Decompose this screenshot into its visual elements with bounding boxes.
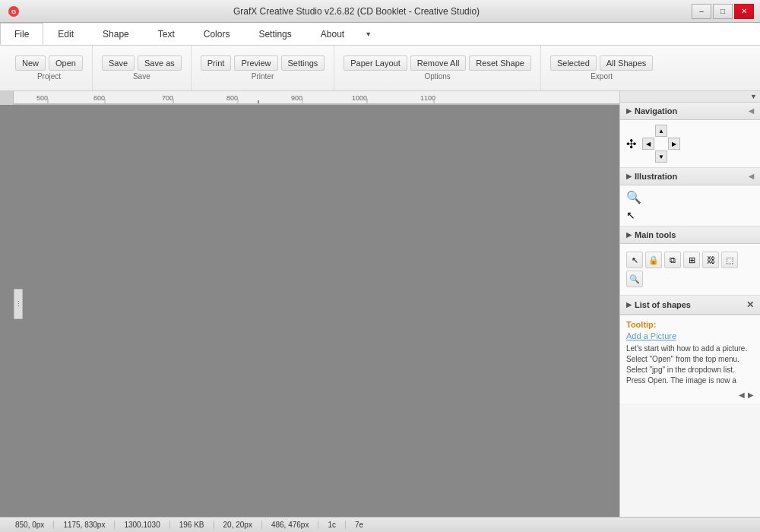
select-rect-tool[interactable]: ⬚	[721, 252, 738, 268]
select-tool[interactable]: ↖	[626, 252, 643, 268]
illus-arrow: ▶	[626, 173, 632, 180]
reset-shape-button[interactable]: Reset Shape	[469, 55, 531, 71]
main-tools-section: ▶ Main tools ↖ 🔒 ⧉ ⊞ ⛓ ⬚ 🔍	[620, 226, 760, 296]
status-canvas-size: 486, 476px	[262, 521, 319, 529]
toolbar-group-save: Save Save as Save	[93, 46, 192, 90]
svg-text:800: 800	[226, 94, 238, 102]
tooltip-section: Tooltip: Add a Picture Let's start with …	[620, 315, 760, 404]
nav-left-button[interactable]: ◀	[642, 138, 654, 150]
tools-grid: ↖ 🔒 ⧉ ⊞ ⛓ ⬚ 🔍	[626, 249, 754, 290]
ruler-corner	[0, 91, 14, 105]
menu-bar: File Edit Shape Text Colors Settings Abo…	[0, 23, 760, 46]
app-icon: G	[6, 4, 21, 19]
illustration-content: 🔍 ↖	[620, 185, 760, 226]
nav-down-button[interactable]: ▼	[655, 150, 667, 163]
selected-button[interactable]: Selected	[550, 55, 597, 71]
lock-tool[interactable]: 🔒	[645, 252, 662, 268]
multi-copy-tool[interactable]: ⊞	[683, 252, 700, 268]
nav-up-button[interactable]: ▲	[655, 125, 667, 137]
main-tools-content: ↖ 🔒 ⧉ ⊞ ⛓ ⬚ 🔍	[620, 244, 760, 295]
export-label: Export	[591, 72, 613, 81]
status-coords: 850, 0px	[6, 521, 54, 529]
maximize-button[interactable]: □	[713, 4, 733, 19]
shapes-arrow: ▶	[626, 301, 632, 309]
minimize-button[interactable]: –	[692, 4, 711, 19]
menu-colors[interactable]: Colors	[189, 23, 245, 45]
panel-collapse-arrow[interactable]: ▼	[750, 93, 757, 100]
horizontal-ruler: 500 600 700 800 900 1000 1100	[14, 91, 619, 104]
menu-edit[interactable]: Edit	[43, 23, 88, 45]
svg-text:1000: 1000	[352, 94, 367, 102]
left-collapse-button[interactable]: ⋮	[14, 289, 23, 319]
shapes-close-icon[interactable]: ✕	[746, 299, 754, 310]
project-label: Project	[37, 72, 61, 81]
tooltip-title: Tooltip:	[626, 320, 754, 329]
illus-collapse-icon[interactable]: ◀	[749, 173, 754, 180]
status-bar: 850, 0px 1175, 830px 1300.1030 196 KB 20…	[0, 517, 760, 532]
shapes-label: List of shapes	[635, 300, 691, 309]
print-button[interactable]: Print	[201, 55, 232, 71]
shapes-section: ▶ List of shapes ✕	[620, 296, 760, 315]
shapes-header[interactable]: ▶ List of shapes ✕	[620, 296, 760, 315]
navigation-content: ✣ ▲ ◀ ▶ ▼	[620, 120, 760, 167]
right-panel: ▼ ▶ Navigation ◀ ✣ ▲	[619, 91, 760, 517]
copy-tool[interactable]: ⧉	[664, 252, 681, 268]
window-controls: – □ ✕	[692, 4, 754, 19]
printer-label: Printer	[252, 72, 274, 81]
save-label: Save	[133, 72, 150, 81]
nav-arrow-pad: ▲ ◀ ▶ ▼	[642, 125, 680, 163]
printer-settings-button[interactable]: Settings	[281, 55, 325, 71]
zoom-tool[interactable]: 🔍	[626, 190, 754, 204]
close-button[interactable]: ✕	[734, 4, 754, 19]
illustration-section: ▶ Illustration ◀ 🔍 ↖	[620, 168, 760, 226]
menu-about[interactable]: About	[306, 23, 359, 45]
open-button[interactable]: Open	[49, 55, 83, 71]
pointer-tool[interactable]: ↖	[626, 209, 754, 221]
toolbar-group-printer: Print Preview Settings Printer	[192, 46, 335, 90]
status-size: 1175, 830px	[54, 521, 115, 529]
toolbar-group-options: Paper Layout Remove All Reset Shape Opti…	[334, 46, 541, 90]
preview-button[interactable]: Preview	[234, 55, 277, 71]
new-button[interactable]: New	[15, 55, 46, 71]
tooltip-text: Let's start with how to add a picture. S…	[626, 344, 754, 386]
main-tools-arrow: ▶	[626, 231, 632, 239]
status-pos: 20, 20px	[214, 521, 262, 529]
search-tool[interactable]: 🔍	[626, 271, 643, 287]
tooltip-link[interactable]: Add a Picture	[626, 331, 754, 340]
title-bar: G GrafX Creative Studio v2.6.82 (CD Book…	[0, 0, 760, 23]
illustration-header[interactable]: ▶ Illustration ◀	[620, 168, 760, 185]
svg-text:700: 700	[162, 94, 173, 102]
all-shapes-button[interactable]: All Shapes	[600, 55, 654, 71]
remove-all-button[interactable]: Remove All	[410, 55, 467, 71]
menu-text[interactable]: Text	[144, 23, 189, 45]
svg-text:G: G	[11, 8, 16, 15]
options-label: Options	[424, 72, 450, 81]
svg-text:1100: 1100	[420, 94, 435, 102]
illustration-label: Illustration	[635, 172, 677, 181]
save-button[interactable]: Save	[102, 55, 135, 71]
menu-file[interactable]: File	[0, 23, 43, 45]
navigation-section: ▶ Navigation ◀ ✣ ▲ ◀ ▶	[620, 103, 760, 168]
toolbar: New Open Project Save Save as Save Print…	[0, 46, 760, 91]
tooltip-next-button[interactable]: ▶	[748, 391, 754, 399]
nav-collapse-icon[interactable]: ◀	[749, 107, 754, 115]
menu-settings[interactable]: Settings	[244, 23, 306, 45]
menu-shape[interactable]: Shape	[88, 23, 144, 45]
toolbar-group-export: Selected All Shapes Export	[541, 46, 662, 90]
cursor-tool[interactable]: ✣	[626, 137, 636, 151]
nav-right-button[interactable]: ▶	[668, 138, 680, 150]
tooltip-prev-button[interactable]: ◀	[739, 391, 745, 399]
status-mode: 7e	[346, 521, 372, 529]
content-area: ⋮ 500 600 700 800	[0, 91, 760, 517]
main-tools-header[interactable]: ▶ Main tools	[620, 226, 760, 244]
svg-text:600: 600	[93, 94, 105, 102]
status-dimensions: 1300.1030	[115, 521, 169, 529]
save-as-button[interactable]: Save as	[138, 55, 182, 71]
dropdown-arrow: ▼	[365, 23, 372, 45]
paper-layout-button[interactable]: Paper Layout	[344, 55, 407, 71]
status-color-mode: 1c	[318, 521, 346, 529]
navigation-header[interactable]: ▶ Navigation ◀	[620, 103, 760, 120]
navigation-label: Navigation	[635, 106, 677, 116]
main-tools-label: Main tools	[635, 230, 676, 239]
link-tool[interactable]: ⛓	[702, 252, 719, 268]
